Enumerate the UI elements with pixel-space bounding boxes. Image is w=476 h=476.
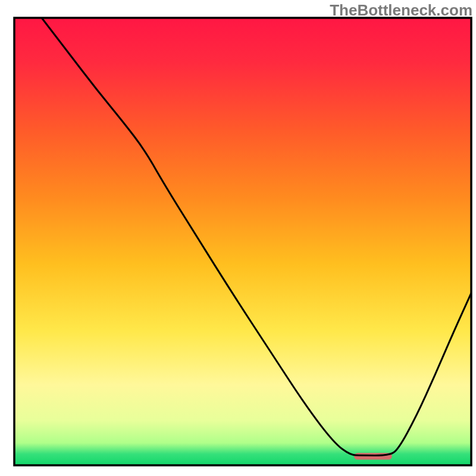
chart-root: TheBottleneck.com bbox=[0, 0, 476, 476]
plot-background bbox=[14, 18, 471, 465]
chart-svg bbox=[0, 0, 476, 476]
watermark-text: TheBottleneck.com bbox=[330, 1, 472, 20]
